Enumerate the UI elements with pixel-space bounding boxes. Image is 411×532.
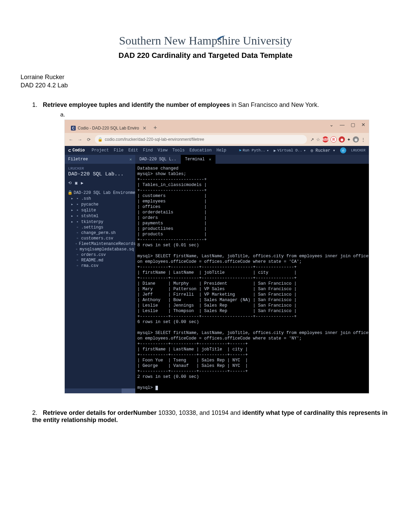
virtual-desktop-button[interactable]: ▶Virtual D.. ▾	[274, 148, 306, 153]
tree-root[interactable]: 🔒DAD-220 SQL Lab Environment	[67, 190, 134, 196]
tab-title: Codio - DAD-220 SQL Lab Enviro	[78, 126, 139, 131]
new-tab-button[interactable]: +	[153, 124, 157, 132]
codio-screenshot: C Codio - DAD-220 SQL Lab Enviro ✕ + ⌄ —…	[64, 120, 369, 394]
q2-bold1: Retrieve order details for orderNumber	[43, 409, 157, 416]
q1-rest: in San Francisco and New York.	[230, 101, 319, 108]
call-icon[interactable]: ✆	[340, 147, 346, 153]
menu-education[interactable]: Education	[189, 148, 212, 153]
tree-file[interactable]: ▫orders.csv	[67, 252, 134, 258]
tree-file[interactable]: ▫change_perm.sh	[67, 230, 134, 236]
file-icon: ▫	[75, 252, 80, 257]
refresh-icon[interactable]: ⟲	[68, 181, 72, 186]
window-minimize-icon[interactable]: —	[340, 122, 345, 127]
folder-icon: ▪	[75, 220, 80, 224]
editor-tab-sql[interactable]: DAD-220 SQL L..	[135, 155, 181, 164]
codio-brand[interactable]: ⊂Codio	[68, 148, 85, 153]
user-menu[interactable]: ◎ Rucker ▾	[311, 148, 335, 153]
close-icon[interactable]: ✕	[129, 157, 132, 162]
terminal-output[interactable]: Database changed mysql> show tables; +--…	[135, 164, 369, 393]
folder-icon: ▪	[75, 208, 80, 213]
tree-folder[interactable]: ▸▪stshtml	[67, 213, 134, 219]
project-owner: LRUCKER	[68, 166, 132, 171]
window-maximize-icon[interactable]: ▢	[351, 122, 355, 127]
tree-file[interactable]: ▫customers.csv	[67, 236, 134, 241]
editor-tab-terminal[interactable]: Terminal✕	[181, 155, 216, 164]
browser-toolbar: ← → ⟳ 🔒 codio.com/lrucker/dad-220-sql-la…	[65, 133, 369, 146]
student-name: Lorraine Rucker	[21, 74, 390, 81]
file-icon: ▫	[75, 247, 78, 252]
folder-icon: ▪	[75, 214, 80, 219]
q2-mid: 10330, 10338, and 10194 and	[157, 409, 242, 416]
question-2: 2. Retrieve order details for orderNumbe…	[32, 409, 390, 424]
file-icon: ▫	[75, 231, 80, 235]
browser-tab[interactable]: C Codio - DAD-220 SQL Lab Enviro ✕	[67, 123, 150, 133]
menu-file[interactable]: File	[114, 148, 124, 153]
leaf-icon	[216, 31, 226, 44]
course-code: DAD 220 4.2 Lab	[21, 82, 390, 89]
folder-icon: ▪	[75, 202, 80, 207]
ide-menubar: ⊂Codio Project File Edit Find View Tools…	[65, 146, 369, 155]
q1-sub-a: a.	[60, 111, 390, 118]
menu-project[interactable]: Project	[91, 148, 109, 153]
ide-sidebar: Filetree ✕ LRUCKER DAD-220 SQL Lab... ⟲ …	[65, 155, 135, 393]
tree-file[interactable]: ▫FleetMaintenanceRecords.cs	[67, 241, 134, 247]
sidebar-tab-filetree[interactable]: Filetree ✕	[65, 155, 135, 164]
document-title: DAD 220 Cardinality and Targeted Data Te…	[21, 51, 390, 60]
menu-view[interactable]: View	[158, 148, 167, 153]
file-icon: ▫	[75, 236, 80, 241]
share-icon[interactable]: ↗	[310, 137, 314, 142]
tree-folder[interactable]: ▸▪.ssh	[67, 196, 134, 201]
run-python-button[interactable]: ⚑Run Pyth.. ▾	[239, 148, 269, 153]
tree-file[interactable]: ▫README.md	[67, 258, 134, 263]
back-icon[interactable]: ←	[68, 137, 74, 142]
q2-number: 2.	[32, 409, 41, 417]
url-text: codio.com/lrucker/dad-220-sql-lab-enviro…	[105, 137, 204, 142]
menu-help[interactable]: Help	[216, 148, 226, 153]
project-name: DAD-220 SQL Lab...	[68, 171, 132, 177]
file-icon: ▫	[75, 225, 80, 230]
menu-find[interactable]: Find	[143, 148, 153, 153]
star-icon[interactable]: ☆	[316, 137, 320, 142]
browser-tab-strip: C Codio - DAD-220 SQL Lab Enviro ✕ + ⌄ —…	[65, 120, 369, 133]
file-icon: ▫	[75, 242, 77, 246]
profile-icon[interactable]: ◍	[353, 136, 359, 143]
tree-file[interactable]: ▫mysqlsampledatabase.sq	[67, 247, 134, 252]
play-icon[interactable]: ▣	[75, 181, 77, 186]
tree-folder[interactable]: ▸▪sqlite	[67, 207, 134, 213]
q1-bold: Retrieve employee tuples and identify th…	[43, 101, 230, 108]
rakuten-icon[interactable]: R	[331, 136, 337, 143]
red-ext-icon[interactable]: ◉	[339, 136, 345, 143]
window-settings-icon[interactable]: ⌄	[329, 122, 334, 127]
q1-number: 1.	[32, 101, 41, 109]
adblock-icon[interactable]: ABP	[322, 136, 328, 143]
menu-dots-icon[interactable]: ⋮	[361, 137, 365, 142]
address-bar[interactable]: 🔒 codio.com/lrucker/dad-220-sql-lab-envi…	[95, 135, 307, 144]
tree-file[interactable]: ▫rma.csv	[67, 263, 134, 269]
close-icon[interactable]: ✕	[209, 157, 211, 162]
university-logo: Southern New Hampshire University	[21, 34, 390, 48]
reload-icon[interactable]: ⟳	[86, 137, 91, 142]
forward-icon[interactable]: →	[77, 137, 83, 142]
sidebar-scrollbar[interactable]	[65, 388, 135, 393]
folder-icon: ▪	[75, 196, 80, 201]
puzzle-icon[interactable]: ✦	[347, 137, 351, 142]
extension-icons: ↗ ☆ ABP R ◉ ✦ ◍ ⋮	[310, 136, 365, 143]
tree-folder[interactable]: ▸▪pycache	[67, 201, 134, 207]
menu-edit[interactable]: Edit	[128, 148, 138, 153]
project-header: LRUCKER DAD-220 SQL Lab...	[65, 164, 135, 179]
file-icon: ▫	[75, 258, 80, 263]
editor-tabs: DAD-220 SQL L.. Terminal✕	[135, 155, 369, 164]
editor-pane: DAD-220 SQL L.. Terminal✕ Database chang…	[135, 155, 369, 393]
run-icon[interactable]: ▶	[81, 181, 83, 186]
tree-file[interactable]: ▫.settings	[67, 225, 134, 230]
tree-folder[interactable]: ▸▪tkinterpy	[67, 219, 134, 225]
lock-icon: 🔒	[67, 190, 72, 195]
window-close-icon[interactable]: ✕	[361, 122, 365, 127]
file-icon: ▫	[75, 263, 80, 268]
codio-favicon-icon: C	[71, 126, 76, 131]
question-1: 1. Retrieve employee tuples and identify…	[32, 101, 390, 109]
logo-underline	[127, 48, 284, 48]
close-icon[interactable]: ✕	[142, 125, 147, 131]
user-badge: LRUCKER	[351, 149, 365, 152]
menu-tools[interactable]: Tools	[172, 148, 185, 153]
